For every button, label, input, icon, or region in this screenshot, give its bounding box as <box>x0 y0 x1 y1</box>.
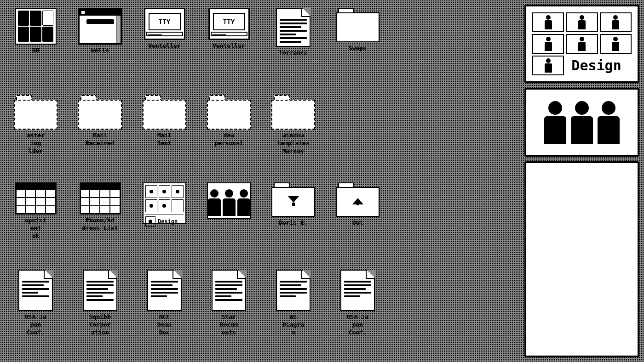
app-cell-6 <box>42 27 54 42</box>
design-big-label: Design <box>566 56 632 75</box>
doris-e-icon <box>271 182 315 217</box>
win-bar <box>86 19 114 24</box>
design-icon-wrapper[interactable]: Design <box>133 179 196 260</box>
bu-icon-wrapper[interactable]: BU <box>5 5 67 85</box>
win-title-bar <box>80 9 121 16</box>
person-icon-sm-3 <box>612 15 619 29</box>
master-label: aster ing lder <box>27 132 45 155</box>
bu-label: BU <box>32 47 40 55</box>
wells-icon <box>78 8 122 45</box>
ws-diagram-wrapper[interactable]: WSDiagram <box>262 266 324 347</box>
phone-address-label: Phone/Address List <box>82 217 118 232</box>
large-person-1 <box>544 101 566 144</box>
win-scrollbar <box>116 16 121 43</box>
ws-diagram-icon <box>276 270 310 311</box>
wells-label: Wells <box>91 47 109 55</box>
design-label-row: Design <box>145 215 184 226</box>
empty-cell-1 <box>391 5 453 90</box>
torrance-icon-wrapper[interactable]: Torrance <box>262 5 324 85</box>
main-area: BU Wells TTY Venteller <box>0 0 520 362</box>
usa-japan-conf1-wrapper[interactable]: USA-JapanConf. <box>5 266 67 347</box>
ncc-demo-icon <box>147 270 182 311</box>
dew-personal-icon <box>207 95 251 130</box>
design-text-label: Design <box>158 218 178 225</box>
people-cell-2 <box>566 12 598 32</box>
appoint-wrapper[interactable]: opointentok <box>5 179 67 260</box>
swaps-icon <box>336 8 380 42</box>
mail-sent-icon <box>143 95 186 130</box>
window-templates-wrapper[interactable]: windowtemplatesMarney <box>262 92 324 172</box>
design-panel: Design <box>524 5 639 83</box>
empty-cell-4 <box>391 179 453 264</box>
people-cell-5 <box>566 34 598 54</box>
app-cell-1 <box>18 11 29 26</box>
usa-japan-conf2-wrapper[interactable]: USA-JapanConf. <box>327 266 389 347</box>
star-docs-wrapper[interactable]: StarDocuments <box>198 266 260 347</box>
doris-e-label: Doris E. <box>279 219 308 227</box>
ws-diagram-label: WSDiagram <box>282 313 304 337</box>
folder-body-mail-sent <box>143 100 186 130</box>
tty-screen2: TTY <box>213 13 245 30</box>
phone-address-icon <box>80 182 121 215</box>
group-large-panel <box>524 88 639 157</box>
desktop: BU Wells TTY Venteller <box>0 0 644 362</box>
master-folder-icon <box>14 95 58 130</box>
doris-e-wrapper[interactable]: Doris E. <box>262 179 324 260</box>
bu-icon <box>15 8 57 45</box>
tty-screen1: TTY <box>149 13 181 30</box>
win-close-box <box>81 11 85 15</box>
large-person-3 <box>598 101 620 144</box>
person-icon-sm-5 <box>578 37 586 51</box>
mail-received-wrapper[interactable]: MailReceived <box>69 92 131 172</box>
folder-body-wt <box>271 100 315 130</box>
ncc-demo-label: NCCDemoDoc <box>157 313 172 337</box>
doc-corner <box>301 9 310 17</box>
group-people-icon <box>207 182 251 219</box>
squibb-wrapper[interactable]: SquibbCorporation <box>69 266 131 347</box>
master-folder-wrapper[interactable]: aster ing lder <box>5 92 67 172</box>
mail-sent-wrapper[interactable]: MailSent <box>133 92 196 172</box>
app-cell-3 <box>42 11 54 26</box>
dew-personal-wrapper[interactable]: dewpersonal <box>198 92 260 172</box>
appoint-icon <box>15 182 57 215</box>
star-docs-icon <box>212 270 246 311</box>
venteller1-icon-wrapper[interactable]: TTY Venteller <box>133 5 196 85</box>
empty-cell-3 <box>391 92 453 177</box>
out-folder-wrapper[interactable]: Out <box>327 179 389 260</box>
dew-personal-label: dewpersonal <box>214 132 243 147</box>
usa-japan-conf1-icon <box>18 270 53 311</box>
person-icon-sm-2 <box>578 15 586 29</box>
ncc-demo-wrapper[interactable]: NCCDemoDoc <box>133 266 196 347</box>
venteller1-label: Venteller <box>148 42 180 50</box>
people-cell-6 <box>600 34 632 54</box>
app-cell-5 <box>30 27 41 42</box>
group-people-wrapper[interactable] <box>198 179 260 260</box>
design-people-grid: Design <box>530 10 634 78</box>
torrance-icon <box>276 8 310 47</box>
venteller2-icon: TTY <box>208 8 250 40</box>
torrance-label: Torrance <box>279 49 308 57</box>
design-icon: Design <box>143 182 186 224</box>
usa-japan-conf1-label: USA-JapanConf. <box>25 313 46 337</box>
win-body <box>80 16 121 43</box>
folder-body <box>336 12 380 42</box>
app-cell-4 <box>18 27 29 42</box>
app-cell-2 <box>30 11 41 26</box>
venteller2-label: Venteller <box>213 42 245 50</box>
empty-cell-2 <box>327 92 389 177</box>
people-cell-1 <box>532 12 564 32</box>
design-grid <box>145 185 184 212</box>
wells-icon-wrapper[interactable]: Wells <box>69 5 131 85</box>
window-templates-label: windowtemplatesMarney <box>277 132 309 155</box>
swaps-icon-wrapper[interactable]: Swaps <box>327 5 389 85</box>
person-1 <box>208 189 221 216</box>
large-person-2 <box>571 101 593 144</box>
people-cell-4 <box>532 34 564 54</box>
person-icon-sm-4 <box>545 37 552 51</box>
phone-address-wrapper[interactable]: Phone/Address List <box>69 179 131 260</box>
usa-japan-conf2-icon <box>340 270 375 311</box>
people-cell-7 <box>532 56 564 75</box>
venteller2-icon-wrapper[interactable]: TTY Venteller <box>198 5 260 85</box>
empty-cell-5 <box>391 266 453 351</box>
mail-sent-label: MailSent <box>157 132 172 147</box>
